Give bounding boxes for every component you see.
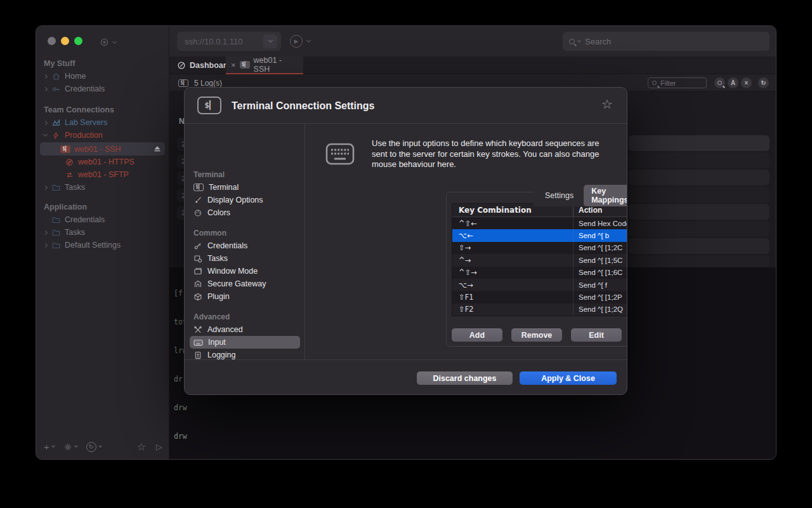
terminal-icon bbox=[60, 145, 70, 153]
table-row[interactable]: ⇧→Send ^[ [1;2C bbox=[452, 242, 627, 254]
detail-row[interactable] bbox=[629, 238, 769, 254]
sidebar-item-web01-https[interactable]: web01 - HTTPS bbox=[40, 156, 165, 168]
sync-button[interactable]: ↻ bbox=[86, 442, 102, 452]
lightning-icon bbox=[51, 131, 61, 140]
tab-settings[interactable]: Settings bbox=[537, 189, 581, 202]
table-row[interactable]: ^⇧←Send Hex Codes: 0x1b 0x1b 0x5b 0x44 bbox=[452, 217, 627, 229]
gear-button[interactable] bbox=[63, 443, 77, 451]
gateway-icon bbox=[193, 280, 202, 288]
sidebar-item-lab-servers[interactable]: Lab Servers bbox=[40, 116, 165, 129]
table-row[interactable]: ^→Send ^[ [1;5C bbox=[452, 254, 627, 266]
tab-key-mappings[interactable]: Key Mappings bbox=[584, 185, 627, 206]
terminal-icon bbox=[193, 184, 204, 191]
close-tab-icon[interactable]: × bbox=[231, 61, 236, 69]
sidebar-item-credentials[interactable]: Credentials bbox=[40, 83, 165, 95]
target-icon bbox=[100, 37, 109, 47]
terminal-connection-settings-dialog: Terminal Connection Settings ☆ Terminal … bbox=[184, 87, 627, 395]
sidebar-item-default-settings[interactable]: Default Settings bbox=[40, 239, 165, 251]
brush-icon bbox=[193, 196, 202, 204]
filter-input[interactable] bbox=[659, 79, 702, 88]
main-toolbar: ssh://10.0.1.110 ▶ bbox=[169, 26, 776, 57]
zoom-button[interactable] bbox=[74, 37, 82, 45]
address-combobox[interactable]: ssh://10.0.1.110 bbox=[177, 32, 281, 51]
sidebar-item-tasks[interactable]: Tasks bbox=[40, 181, 165, 194]
key-icon bbox=[51, 84, 61, 93]
home-icon bbox=[51, 72, 61, 81]
search-input[interactable] bbox=[584, 36, 763, 47]
detail-row[interactable] bbox=[629, 152, 769, 168]
font-button[interactable]: A bbox=[728, 77, 738, 88]
star-icon[interactable]: ☆ bbox=[601, 98, 613, 110]
detail-row[interactable] bbox=[629, 135, 769, 151]
table-row[interactable]: ^⇧→Send ^[ [1;6C bbox=[452, 267, 627, 279]
key-mappings-table: Key Combination Action ^⇧←Send Hex Codes… bbox=[452, 203, 627, 316]
remove-button[interactable]: Remove bbox=[511, 328, 562, 342]
edit-button[interactable]: Edit bbox=[571, 328, 622, 342]
add-button[interactable]: + bbox=[44, 441, 55, 452]
chevron-right-icon bbox=[43, 243, 48, 247]
tab-web01-ssh[interactable]: × web01 - SSH bbox=[226, 57, 303, 74]
favorite-icon[interactable]: ☆ bbox=[137, 441, 146, 453]
table-row-selected[interactable]: ⌥←Send ^[ b bbox=[452, 229, 627, 241]
detail-row[interactable] bbox=[629, 187, 769, 203]
chevron-right-icon bbox=[43, 185, 48, 189]
detail-row[interactable] bbox=[629, 221, 769, 237]
detail-row[interactable] bbox=[629, 170, 769, 185]
sidebar-item-app-tasks[interactable]: Tasks bbox=[40, 226, 165, 239]
dialog-item-advanced[interactable]: Advanced bbox=[190, 323, 300, 336]
sidebar-item-home[interactable]: Home bbox=[40, 70, 165, 83]
dialog-item-display-options[interactable]: Display Options bbox=[190, 194, 300, 206]
keyboard-icon bbox=[325, 143, 355, 165]
gauge-icon bbox=[177, 61, 186, 70]
play-circle-icon[interactable]: ▶ bbox=[290, 35, 303, 48]
folder-icon bbox=[51, 215, 61, 224]
discard-changes-button[interactable]: Discard changes bbox=[417, 371, 513, 385]
detail-row[interactable] bbox=[629, 255, 769, 267]
table-row[interactable]: ⇧F2Send ^[ [1;2Q bbox=[452, 304, 627, 316]
refresh-button[interactable]: ↻ bbox=[758, 77, 769, 88]
settings-tabs: Settings Key Mappings bbox=[534, 185, 627, 206]
key-icon bbox=[193, 242, 202, 250]
dialog-item-logging[interactable]: Logging bbox=[190, 349, 300, 359]
filter-field[interactable] bbox=[648, 77, 707, 88]
play-icon[interactable]: ▷ bbox=[156, 442, 162, 451]
dialog-item-tasks[interactable]: Tasks bbox=[190, 252, 300, 265]
tab-dashboard[interactable]: Dashboard bbox=[177, 57, 231, 74]
chevron-down-icon[interactable] bbox=[306, 38, 311, 43]
transfer-arrows-icon bbox=[64, 170, 74, 179]
eject-icon[interactable] bbox=[152, 145, 162, 154]
sidebar-item-web01-ssh[interactable]: web01 - SSH bbox=[40, 142, 165, 156]
address-dropdown-button[interactable] bbox=[263, 34, 277, 48]
minimize-button[interactable] bbox=[61, 37, 69, 45]
table-row[interactable]: ⇧F1Send ^[ [1;2P bbox=[452, 291, 627, 303]
section-application: Application bbox=[44, 201, 87, 213]
chevron-right-icon bbox=[43, 74, 48, 78]
dialog-item-terminal[interactable]: Terminal bbox=[190, 181, 300, 194]
chevron-down-icon bbox=[112, 39, 117, 43]
sidebar-item-web01-sftp[interactable]: web01 - SFTP bbox=[40, 168, 165, 181]
terminal-icon bbox=[240, 61, 250, 69]
dialog-section-common: Common bbox=[193, 227, 226, 239]
dialog-item-colors[interactable]: Colors bbox=[190, 206, 300, 219]
sidebar-item-app-credentials[interactable]: Credentials bbox=[40, 213, 165, 226]
dialog-item-window-mode[interactable]: Window Mode bbox=[190, 265, 300, 277]
close-button[interactable] bbox=[48, 37, 56, 45]
sidebar-item-production[interactable]: Production bbox=[40, 129, 165, 142]
dialog-item-credentials[interactable]: Credentials bbox=[190, 239, 300, 252]
sync-icon: ↻ bbox=[86, 442, 96, 452]
connect-action-button[interactable] bbox=[100, 37, 116, 47]
dialog-item-input[interactable]: Input bbox=[190, 336, 300, 349]
dialog-item-secure-gateway[interactable]: Secure Gateway bbox=[190, 277, 300, 290]
dialog-item-plugin[interactable]: Plugin bbox=[190, 290, 300, 303]
zoom-in-button[interactable] bbox=[714, 77, 725, 88]
apply-close-button[interactable]: Apply & Close bbox=[520, 371, 617, 385]
chevron-right-icon bbox=[43, 86, 48, 91]
add-button[interactable]: Add bbox=[452, 328, 502, 342]
table-row[interactable]: ⌥→Send ^[ f bbox=[452, 279, 627, 291]
window-icon bbox=[193, 267, 202, 276]
detail-row[interactable] bbox=[629, 204, 769, 220]
global-search[interactable] bbox=[563, 32, 769, 51]
clear-button[interactable]: × bbox=[741, 77, 752, 88]
log-file-icon bbox=[193, 351, 202, 359]
dialog-body: Terminal Terminal Display Options Colors… bbox=[185, 124, 627, 359]
